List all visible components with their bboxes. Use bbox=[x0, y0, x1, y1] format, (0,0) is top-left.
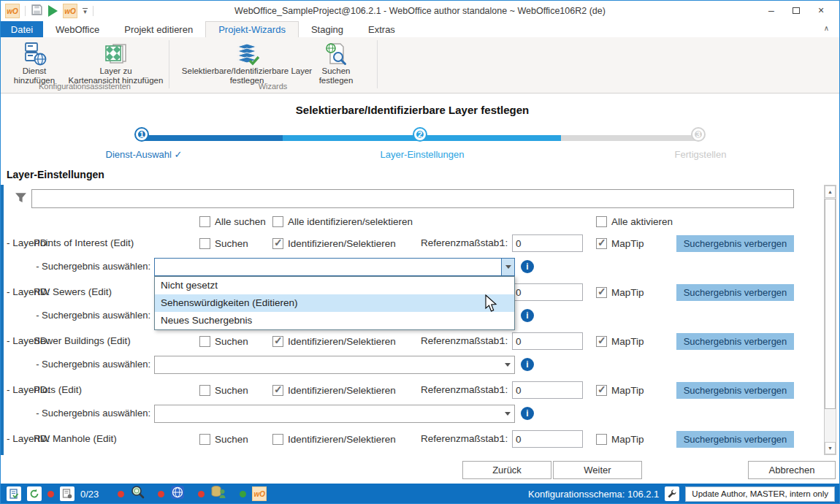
maptip-checkbox-group[interactable]: MapTip bbox=[596, 380, 644, 400]
identify-checkbox[interactable] bbox=[272, 434, 283, 445]
identify-checkbox[interactable] bbox=[272, 336, 283, 347]
all-activate-checkbox-group[interactable]: Alle aktivieren bbox=[596, 211, 673, 232]
identify-checkbox-group[interactable]: Identifizieren/Selektieren bbox=[272, 331, 396, 351]
search-result-combobox[interactable] bbox=[154, 356, 515, 374]
globe-status-icon[interactable] bbox=[170, 485, 185, 503]
info-icon[interactable]: i bbox=[521, 260, 534, 273]
maptip-checkbox[interactable] bbox=[596, 287, 607, 298]
suchen-checkbox[interactable] bbox=[199, 434, 210, 445]
title-bar: wO wO ▾ WebOffice_SampleProject@106.2.1 … bbox=[1, 1, 839, 21]
ref-scale-input[interactable] bbox=[512, 430, 583, 448]
search-status-icon[interactable] bbox=[130, 485, 145, 503]
maptip-label: MapTip bbox=[611, 434, 644, 445]
hide-search-result-button[interactable]: Suchergebnis verbergen bbox=[676, 235, 794, 252]
maptip-checkbox[interactable] bbox=[596, 336, 607, 347]
wrench-icon[interactable] bbox=[665, 486, 679, 501]
all-search-checkbox[interactable] bbox=[199, 216, 210, 227]
filter-icon bbox=[15, 191, 27, 207]
search-result-dropdown: Nicht gesetzt Sehenswürdigkeiten (Editie… bbox=[154, 276, 515, 330]
ref-scale-input[interactable] bbox=[512, 283, 583, 301]
set-searches-button[interactable]: Suchen festlegen bbox=[313, 39, 359, 85]
dropdown-item-highlighted[interactable]: Sehenswürdigkeiten (Editieren) bbox=[155, 294, 514, 312]
search-result-combobox[interactable] bbox=[154, 405, 515, 423]
maptip-checkbox-group[interactable]: MapTip bbox=[596, 282, 644, 302]
suchen-checkbox-group[interactable]: Suchen bbox=[199, 429, 248, 449]
ribbon-tab-bar: Datei WebOffice Projekt editieren Projek… bbox=[1, 21, 839, 37]
progress-segment-pending bbox=[561, 135, 700, 141]
identify-checkbox[interactable] bbox=[272, 238, 283, 249]
maptip-label: MapTip bbox=[611, 238, 644, 249]
maptip-checkbox-group[interactable]: MapTip bbox=[596, 233, 644, 253]
suchen-checkbox[interactable] bbox=[199, 385, 210, 396]
scroll-up-icon[interactable]: ▲ bbox=[825, 186, 836, 198]
cancel-button[interactable]: Abbrechen bbox=[748, 461, 836, 479]
back-button[interactable]: Zurück bbox=[462, 461, 551, 479]
ref-scale-input[interactable] bbox=[512, 332, 583, 350]
tab-projekt-wizards[interactable]: Projekt-Wizards bbox=[205, 21, 299, 37]
search-result-label: - Suchergebnis auswählen: bbox=[23, 257, 150, 276]
application-window: wO wO ▾ WebOffice_SampleProject@106.2.1 … bbox=[0, 0, 840, 504]
info-icon[interactable]: i bbox=[521, 309, 534, 322]
maptip-checkbox[interactable] bbox=[596, 434, 607, 445]
scrollbar-thumb[interactable] bbox=[825, 199, 836, 409]
suchen-checkbox-group[interactable]: Suchen bbox=[199, 233, 248, 253]
combobox-arrow-icon[interactable] bbox=[501, 405, 514, 422]
search-result-combobox[interactable] bbox=[154, 258, 515, 276]
tab-extras[interactable]: Extras bbox=[356, 21, 408, 37]
identify-checkbox[interactable] bbox=[272, 385, 283, 396]
identify-checkbox-group[interactable]: Identifizieren/Selektieren bbox=[272, 429, 396, 449]
all-identify-checkbox-group[interactable]: Alle identifizieren/selektieren bbox=[272, 211, 413, 232]
set-selectable-layers-button[interactable]: Selektierbare/Identifizierbare Layer fes… bbox=[174, 39, 320, 85]
all-identify-checkbox[interactable] bbox=[272, 216, 283, 227]
tab-staging[interactable]: Staging bbox=[299, 21, 356, 37]
hide-search-result-button[interactable]: Suchergebnis verbergen bbox=[676, 333, 794, 350]
search-result-label: - Suchergebnis auswählen: bbox=[23, 404, 150, 423]
status-dot-red bbox=[198, 491, 205, 497]
dropdown-item[interactable]: Nicht gesetzt bbox=[155, 277, 514, 294]
suchen-checkbox-group[interactable]: Suchen bbox=[199, 380, 248, 400]
minimize-button[interactable]: – bbox=[759, 1, 784, 20]
hide-search-result-button[interactable]: Suchergebnis verbergen bbox=[676, 382, 794, 399]
step-1-label: Dienst-Auswahl ✓ bbox=[64, 149, 224, 160]
suchen-checkbox-group[interactable]: Suchen bbox=[199, 331, 248, 351]
maptip-label: MapTip bbox=[611, 287, 644, 298]
hide-search-result-button[interactable]: Suchergebnis verbergen bbox=[676, 284, 794, 301]
vertical-scrollbar[interactable]: ▲ ▼ bbox=[824, 185, 836, 455]
info-icon[interactable]: i bbox=[521, 407, 534, 420]
dropdown-item[interactable]: Neues Suchergebnis bbox=[155, 312, 514, 329]
service-config-icon[interactable] bbox=[60, 486, 75, 501]
collapse-ribbon-icon[interactable]: ∧ bbox=[824, 24, 829, 32]
maptip-checkbox[interactable] bbox=[596, 385, 607, 396]
combobox-arrow-icon[interactable] bbox=[501, 356, 514, 373]
maptip-checkbox-group[interactable]: MapTip bbox=[596, 429, 644, 449]
sync-icon[interactable] bbox=[27, 486, 42, 501]
maptip-checkbox[interactable] bbox=[596, 238, 607, 249]
info-icon[interactable]: i bbox=[521, 358, 534, 371]
hide-search-result-button[interactable]: Suchergebnis verbergen bbox=[676, 431, 794, 448]
weboffice-status-icon[interactable]: wO bbox=[252, 486, 267, 501]
next-button[interactable]: Weiter bbox=[553, 461, 642, 479]
add-service-button[interactable]: Dienst hinzufügen bbox=[4, 39, 64, 85]
maptip-checkbox-group[interactable]: MapTip bbox=[596, 331, 644, 351]
ref-scale-input[interactable] bbox=[512, 381, 583, 399]
tab-projekt-editieren[interactable]: Projekt editieren bbox=[112, 21, 205, 37]
add-layer-to-mapview-button[interactable]: Layer zu Kartenansicht hinzufügen bbox=[63, 39, 169, 85]
tab-weboffice[interactable]: WebOffice bbox=[43, 21, 112, 37]
all-search-checkbox-group[interactable]: Alle suchen bbox=[199, 211, 266, 232]
ref-scale-input[interactable] bbox=[512, 234, 583, 252]
button-label: Suchen bbox=[321, 66, 350, 76]
update-channel-badge[interactable]: Update Author, MASTER, intern only bbox=[685, 486, 835, 502]
close-button[interactable]: × bbox=[809, 1, 833, 20]
suchen-checkbox[interactable] bbox=[199, 238, 210, 249]
combobox-arrow-icon[interactable] bbox=[501, 259, 514, 275]
maximize-button[interactable] bbox=[784, 1, 809, 20]
identify-checkbox-group[interactable]: Identifizieren/Selektieren bbox=[272, 380, 396, 400]
note-check-icon[interactable] bbox=[7, 486, 21, 501]
all-activate-checkbox[interactable] bbox=[596, 216, 607, 227]
suchen-checkbox[interactable] bbox=[199, 336, 210, 347]
identify-checkbox-group[interactable]: Identifizieren/Selektieren bbox=[272, 233, 396, 253]
scroll-down-icon[interactable]: ▼ bbox=[825, 442, 836, 454]
database-user-icon[interactable] bbox=[210, 485, 226, 503]
layer-filter-input[interactable] bbox=[31, 189, 794, 208]
tab-datei[interactable]: Datei bbox=[1, 21, 43, 37]
